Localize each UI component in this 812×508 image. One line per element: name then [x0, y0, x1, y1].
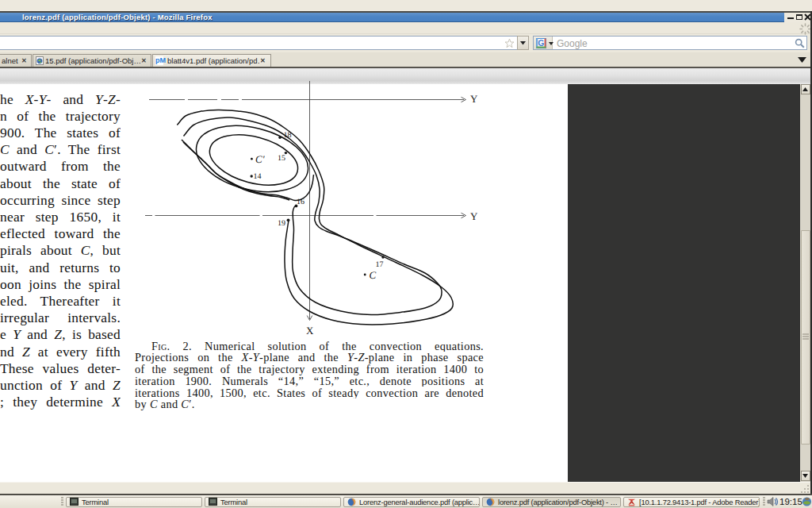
svg-text:18: 18 [284, 131, 292, 140]
svg-text:17: 17 [376, 260, 384, 269]
svg-text:C: C [370, 269, 377, 281]
svg-text:Y: Y [470, 210, 478, 222]
svg-text:14: 14 [254, 172, 262, 181]
svg-text:15: 15 [278, 154, 285, 163]
svg-text:19: 19 [278, 219, 285, 228]
svg-text:C′: C′ [255, 153, 265, 165]
svg-text:X: X [306, 325, 314, 337]
svg-text:Y: Y [470, 93, 478, 105]
svg-text:16: 16 [297, 198, 304, 206]
